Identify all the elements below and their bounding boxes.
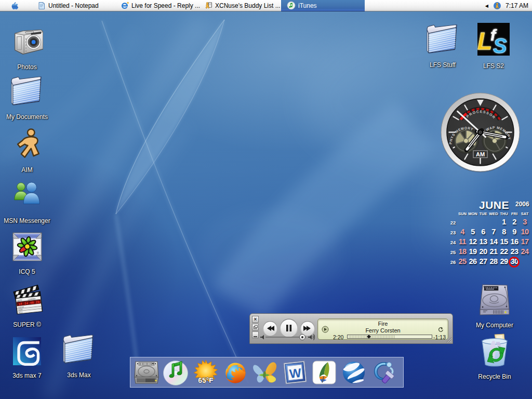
svg-text:®: ® [36, 251, 39, 255]
svg-text:S: S [493, 34, 507, 56]
svg-text:AM: AM [476, 151, 485, 157]
svg-text:W: W [289, 366, 302, 381]
svg-text:65°F: 65°F [198, 376, 214, 384]
svg-text:L: L [477, 28, 492, 55]
